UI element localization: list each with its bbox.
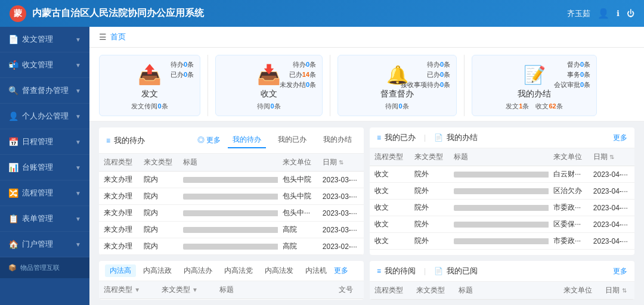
sidebar: 📄 发文管理 ▼ 📬 收文管理 ▼ 🔍 督查督办管理 ▼ 👤 个人办公管理 [0,27,89,305]
chevron-icon-4: ▼ [75,113,81,120]
table-row[interactable]: 收文 院外 区委保··· 2023-04-··· [370,216,634,233]
tab-my-done[interactable]: 我的已办 [273,132,311,148]
done-icon: ≡ [377,133,381,142]
tab-my-pending[interactable]: 我的待办 [228,132,266,148]
pending-icon: ≡ [106,136,110,145]
logout-icon[interactable]: ⏻ [627,9,634,18]
table-row[interactable]: 收文 院外 白云财··· 2023-04-··· [370,166,634,183]
banji-stat-3: 会议审批0条 [554,80,590,89]
tab-neigaofa2[interactable]: 内高法发 [260,264,298,277]
bottom-tab-more[interactable]: 更多 [334,266,348,276]
tab-neigaozheng[interactable]: 内高法政 [138,264,177,277]
bottom-right-table: 流程类型 来文类型 标题 来文单位 日期 ⇅ [370,282,634,300]
done-title: 我的已办 [385,132,416,143]
footer-text: 物品管理互联 [20,263,60,272]
table-row[interactable]: 来文办理 院内 高院 2023-02-··· [99,238,364,255]
chevron-icon-9: ▼ [75,241,81,248]
tab-my-closed[interactable]: 我的办结 [318,132,357,148]
done-panel: ≡ 我的已办 | 📄 我的办结 更多 流程类型 来文类型 标题 [370,127,634,255]
dashboard-cards: 待办0条 已办0条 📤 发文 发文传阅0条 待办0条 已办14条 未发办结0条 [89,48,644,122]
bottom-right-header: ≡ 我的待阅 | 📄 我的已阅 更多 [370,261,634,282]
separator-3 [464,55,465,116]
ducha-stats: 待办0条 已办0条 接收事项待办0条 [401,60,450,91]
fawen-stat-2: 已办0条 [171,70,194,79]
done-col-type1: 流程类型 [370,148,410,166]
done-header: ≡ 我的已办 | 📄 我的办结 更多 [370,127,634,148]
done-table: 流程类型 来文类型 标题 来文单位 日期 ⇅ 收文 院外 白云财··· [370,148,634,250]
pending-table: 流程类型 来文类型 标题 来文单位 日期 ⇅ 来文办理 院内 包头中院 [99,154,364,255]
info-icon[interactable]: ℹ [617,9,620,18]
ducha-stat-1: 待办0条 [401,60,450,69]
taizhang-icon: 📊 [8,163,18,172]
done-col-title: 标题 [449,148,549,166]
sidebar-item-label-taizhang: 台账管理 [22,162,53,173]
table-row[interactable]: 来文办理 院内 包头中院 2023-03-··· [99,188,364,205]
table-row[interactable]: 来文办理 院内 包头中院 2023-03-··· [99,172,364,188]
sidebar-item-ducha[interactable]: 🔍 督查督办管理 ▼ [0,78,89,104]
pending-title: 我的待办 [114,135,145,146]
shouwen-stats: 待办0条 已办14条 未发办结0条 [280,60,316,91]
shouwen-stat-3: 未发办结0条 [280,80,316,89]
ducha-bottom-stat: 待阅0条 [346,102,448,111]
chevron-icon-6: ▼ [75,164,81,171]
ducha-stat-3: 接收事项待办0条 [401,80,450,89]
tab-neifagao[interactable]: 内法高 [105,264,136,277]
sidebar-item-fawen[interactable]: 📄 发文管理 ▼ [0,27,89,52]
br-col-type2: 来文类型 [411,282,453,300]
liucheng-icon: 🔀 [8,188,18,198]
app-header: 蒙 内蒙古自治区人民法院协同办公应用系统 齐玉茹 👤 ℹ ⏻ [0,0,644,27]
pending-panel: ≡ 我的待办 ◎ 更多 我的待办 我的已办 我的办结 流程类型 来文类型 [99,127,364,255]
shouwen-card-icon: 📥 [257,63,281,86]
footer-icon: 📦 [8,264,17,272]
bottom-tabs-row: 内法高 内高法政 内高法办 内高法党 内高法发 内法机 更多 [99,261,364,281]
read-more-link[interactable]: 更多 [613,266,627,276]
shouwen-icon: 📬 [8,60,18,70]
sidebar-item-richeng[interactable]: 📅 日程管理 ▼ [0,129,89,155]
table-row[interactable]: 收文 院外 市委政··· 2023-04-··· [370,200,634,216]
tab-neigaodang[interactable]: 内高法党 [219,264,258,277]
bottom-right-panel: ≡ 我的待阅 | 📄 我的已阅 更多 流程类型 来文类型 标题 [370,261,634,300]
pending-read-icon: ≡ [377,267,381,275]
sidebar-item-taizhang[interactable]: 📊 台账管理 ▼ [0,155,89,180]
shouwen-stat-1: 待办0条 [280,60,316,69]
tab-neifaji[interactable]: 内法机 [301,264,332,277]
bl-col-wenhao: 文号 [334,281,364,299]
header-right: 齐玉茹 👤 ℹ ⏻ [567,8,634,19]
sidebar-item-menhu[interactable]: 🏠 门户管理 ▼ [0,232,89,257]
table-row[interactable]: 收文 院外 区治欠办 2023-04-··· [370,183,634,200]
fawen-bottom-stat: 发文传阅0条 [108,102,191,111]
bottom-left-table: 流程类型 ▼ 来文类型 ▼ 标题 文号 [99,281,364,299]
sidebar-item-shouwen[interactable]: 📬 收文管理 ▼ [0,52,89,78]
sidebar-footer: 📦 物品管理互联 [0,257,89,278]
chevron-icon-7: ▼ [75,190,81,197]
read-icon: 📄 [434,267,443,275]
col-type1: 流程类型 [99,154,139,172]
pending-header: ≡ 我的待办 ◎ 更多 我的待办 我的已办 我的办结 [99,127,364,154]
sidebar-item-geren[interactable]: 👤 个人办公管理 ▼ [0,104,89,129]
banji-bottom-stat: 发文1条 收文62条 [481,102,588,111]
bl-col-type1: 流程类型 ▼ [99,281,157,299]
main-content: ☰ 首页 待办0条 已办0条 📤 发文 发文传阅0条 待办0条 [89,27,644,305]
table-row[interactable]: 来文办理 院内 高院 2023-03-··· [99,222,364,238]
table-row[interactable]: 来文办理 院内 包头中··· 2023-03-··· [99,205,364,222]
done-more-link[interactable]: 更多 [613,133,627,143]
sidebar-item-liucheng[interactable]: 🔀 流程管理 ▼ [0,180,89,206]
breadcrumb-label: 首页 [110,32,126,42]
banji-stat-2: 事务0条 [554,70,590,79]
fawen-card-icon: 📤 [138,63,162,86]
chevron-icon-8: ▼ [75,216,81,222]
sidebar-item-biaodan[interactable]: 📋 表单管理 ▼ [0,206,89,232]
tab-neigaofa[interactable]: 内高法办 [179,264,217,277]
table-row[interactable]: 收文 院外 市委政··· 2023-04-··· [370,233,634,250]
sidebar-item-label-richeng: 日程管理 [22,136,53,147]
col-type2: 来文类型 [139,154,179,172]
banji-card: 督办0条 事务0条 会议审批0条 📝 我的办结 发文1条 收文62条 [472,55,597,116]
shouwen-card: 待办0条 已办14条 未发办结0条 📥 收文 待阅0条 [215,55,323,116]
pending-more-link[interactable]: ◎ 更多 [197,135,221,145]
chevron-icon-5: ▼ [75,139,81,145]
br-col-unit: 来文单位 [559,282,600,300]
sidebar-item-label-shouwen: 收文管理 [22,60,53,70]
banji-card-icon: 📝 [524,64,546,85]
sidebar-item-label-ducha: 督查督办管理 [22,85,69,96]
shouwen-bottom-stat: 待阅0条 [224,102,314,111]
